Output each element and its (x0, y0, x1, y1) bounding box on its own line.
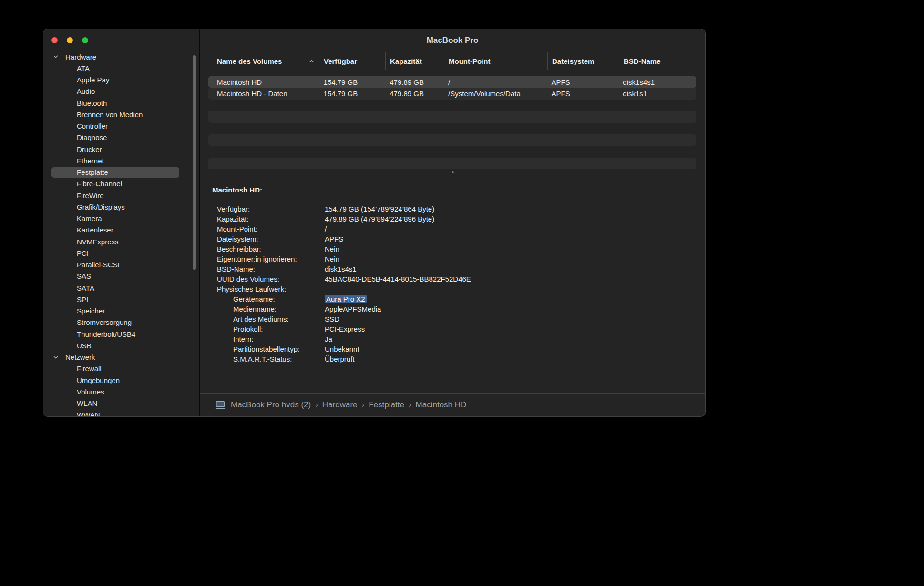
sidebar-item-fibre-channel[interactable]: Fibre-Channel (43, 178, 199, 190)
detail-field-ger-tename: Gerätename:Aura Pro X2 (212, 294, 705, 304)
sidebar-item-umgebungen[interactable]: Umgebungen (43, 374, 199, 386)
detail-field-protokoll: Protokoll:PCI-Express (212, 324, 705, 334)
sidebar-scrollbar[interactable] (193, 55, 196, 270)
detail-label: Partitionstabellentyp: (217, 345, 325, 353)
table-row-empty[interactable] (208, 146, 696, 157)
sidebar-item-sas[interactable]: SAS (43, 271, 199, 282)
table-row-empty[interactable] (208, 134, 696, 146)
column-header-bsd-name[interactable]: BSD-Name (619, 52, 697, 70)
detail-value: Überprüft (325, 355, 355, 363)
detail-value: Nein (325, 245, 339, 253)
detail-field-partitionstabellentyp: Partitionstabellentyp:Unbekannt (212, 344, 705, 354)
sidebar-item-firewire[interactable]: FireWire (43, 190, 199, 201)
detail-label: Protokoll: (217, 325, 325, 333)
table-row-macintosh-hd[interactable]: Macintosh HD154.79 GB479.89 GB/APFSdisk1… (208, 76, 696, 88)
detail-field-intern: Intern:Ja (212, 334, 705, 344)
column-header-mount-point[interactable]: Mount-Point (444, 52, 548, 70)
sidebar-item-diagnose[interactable]: Diagnose (43, 132, 199, 143)
table-row-empty[interactable] (208, 111, 696, 122)
sidebar-item-drucker[interactable]: Drucker (43, 143, 199, 155)
detail-value: 154.79 GB (154’789’924’864 Byte) (325, 205, 434, 213)
detail-label: UUID des Volumes: (217, 275, 325, 283)
detail-value: 45BAC840-DE5B-4414-8015-BB822F52D46E (325, 275, 471, 283)
breadcrumb-item-festplatte[interactable]: Festplatte (369, 400, 404, 410)
sidebar-item-ata[interactable]: ATA (43, 62, 199, 74)
detail-label: Verfügbar: (217, 205, 325, 213)
sidebar-item-pci[interactable]: PCI (43, 247, 199, 259)
detail-field-physisches-laufwerk: Physisches Laufwerk: (212, 284, 705, 294)
status-bar: MacBook Pro hvds (2)›Hardware›Festplatte… (200, 393, 705, 416)
table-row-empty[interactable] (208, 123, 696, 134)
sidebar-item-firewall[interactable]: Firewall (43, 363, 199, 374)
zoom-button[interactable] (82, 37, 88, 43)
sidebar: HardwareATAApple PayAudioBluetoothBrenne… (43, 29, 200, 416)
sidebar-item-thunderbolt-usb4[interactable]: Thunderbolt/USB4 (43, 328, 199, 340)
detail-label: Intern: (217, 335, 325, 343)
sidebar-item-festplatte[interactable]: Festplatte (43, 167, 199, 178)
sidebar-item-grafik-displays[interactable]: Grafik/Displays (43, 201, 199, 212)
detail-field-uuid-des-volumes: UUID des Volumes:45BAC840-DE5B-4414-8015… (212, 274, 705, 284)
detail-field-verf-gbar: Verfügbar:154.79 GB (154’789’924’864 Byt… (212, 204, 705, 214)
breadcrumb-separator: › (315, 400, 318, 410)
detail-label: Physisches Laufwerk: (217, 285, 325, 293)
detail-label: Medienname: (217, 305, 325, 313)
sidebar-item-parallel-scsi[interactable]: Parallel-SCSI (43, 259, 199, 271)
content-pane: Name des VolumesVerfügbarKapazitätMount-… (200, 52, 705, 416)
sidebar-item-brennen-von-medien[interactable]: Brennen von Medien (43, 109, 199, 120)
sidebar-item-spi[interactable]: SPI (43, 293, 199, 305)
chevron-down-icon[interactable] (53, 54, 59, 60)
sidebar-item-nvmexpress[interactable]: NVMExpress (43, 236, 199, 247)
column-header-dateisystem[interactable]: Dateisystem (548, 52, 619, 70)
sidebar-item-bluetooth[interactable]: Bluetooth (43, 97, 199, 109)
detail-value: APFS (325, 235, 343, 243)
breadcrumb-separator: › (409, 400, 411, 410)
breadcrumb-item-hardware[interactable]: Hardware (322, 400, 358, 410)
detail-field-art-des-mediums: Art des Mediums:SSD (212, 314, 705, 324)
sidebar-item-usb[interactable]: USB (43, 340, 199, 351)
detail-label: BSD-Name: (217, 265, 325, 273)
sidebar-item-controller[interactable]: Controller (43, 121, 199, 132)
breadcrumb-item-macintosh-hd[interactable]: Macintosh HD (416, 400, 467, 410)
detail-label: Gerätename: (217, 295, 325, 303)
sidebar-item-wlan[interactable]: WLAN (43, 398, 199, 409)
sidebar-item-apple-pay[interactable]: Apple Pay (43, 74, 199, 86)
chevron-up-icon (309, 59, 314, 64)
detail-value: PCI-Express (325, 325, 365, 333)
sidebar-list: HardwareATAApple PayAudioBluetoothBrenne… (43, 51, 199, 416)
system-information-window: MacBook Pro HardwareATAApple PayAudioBlu… (43, 29, 706, 417)
sidebar-item-ethernet[interactable]: Ethernet (43, 155, 199, 166)
table-row-empty[interactable] (208, 100, 696, 111)
detail-value: disk1s4s1 (325, 265, 357, 273)
sidebar-item-audio[interactable]: Audio (43, 86, 199, 97)
pane-splitter[interactable] (200, 169, 705, 175)
detail-field-dateisystem: Dateisystem:APFS (212, 234, 705, 244)
title-bar[interactable]: MacBook Pro (43, 29, 705, 52)
detail-field-s-m-a-r-t-status: S.M.A.R.T.-Status:Überprüft (212, 354, 705, 364)
detail-field-beschreibbar: Beschreibbar:Nein (212, 244, 705, 254)
sidebar-item-wwan[interactable]: WWAN (43, 409, 199, 416)
detail-label: Beschreibbar: (217, 245, 325, 253)
table-row-empty[interactable] (208, 158, 696, 169)
detail-label: Kapazität: (217, 215, 325, 223)
chevron-down-icon[interactable] (53, 354, 59, 360)
breadcrumb-item-macbook-pro-hvds-2[interactable]: MacBook Pro hvds (2) (231, 400, 311, 410)
column-header-verf-gbar[interactable]: Verfügbar (319, 52, 386, 70)
detail-field-kapazit-t: Kapazität:479.89 GB (479’894’224’896 Byt… (212, 214, 705, 224)
detail-value: SSD (325, 315, 339, 323)
sidebar-item-speicher[interactable]: Speicher (43, 305, 199, 317)
detail-value: Unbekannt (325, 345, 359, 353)
sidebar-item-volumes[interactable]: Volumes (43, 386, 199, 397)
table-row-macintosh-hd-daten[interactable]: Macintosh HD - Daten154.79 GB479.89 GB/S… (208, 88, 696, 99)
column-header-kapazit-t[interactable]: Kapazität (386, 52, 444, 70)
details-pane: Macintosh HD: Verfügbar:154.79 GB (154’7… (200, 185, 705, 364)
column-header-name-des-volumes[interactable]: Name des Volumes (200, 52, 319, 70)
detail-value: 479.89 GB (479’894’224’896 Byte) (325, 215, 434, 223)
sidebar-item-kamera[interactable]: Kamera (43, 213, 199, 224)
sidebar-item-sata[interactable]: SATA (43, 282, 199, 293)
close-button[interactable] (51, 37, 58, 43)
sidebar-section-netzwerk[interactable]: Netzwerk (43, 352, 199, 363)
minimize-button[interactable] (67, 37, 73, 43)
sidebar-section-hardware[interactable]: Hardware (43, 51, 199, 62)
sidebar-item-stromversorgung[interactable]: Stromversorgung (43, 317, 199, 328)
sidebar-item-kartenleser[interactable]: Kartenleser (43, 224, 199, 236)
